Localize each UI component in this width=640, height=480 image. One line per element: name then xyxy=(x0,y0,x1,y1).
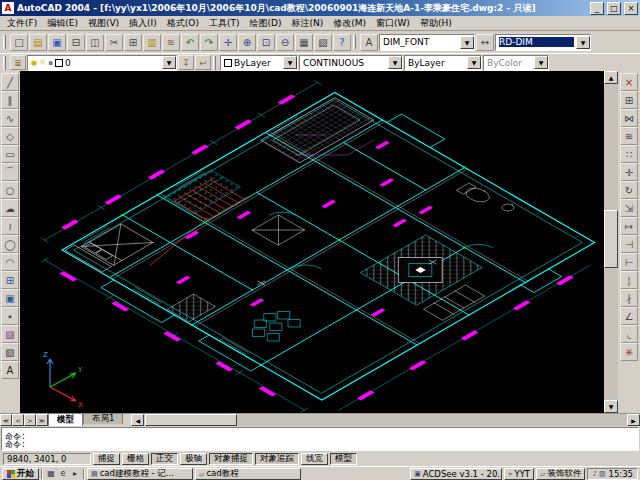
layer-previous-icon[interactable]: ↩ xyxy=(195,55,211,70)
input-method-icon[interactable]: ▥ xyxy=(599,470,606,478)
cut-icon[interactable]: ✂ xyxy=(105,34,123,51)
text-style-combo[interactable]: DIM_FONT ▼ xyxy=(379,34,475,51)
chevron-down-icon[interactable]: ▼ xyxy=(388,56,402,69)
new-file-icon[interactable]: □ xyxy=(10,34,28,51)
minimize-button[interactable]: _ xyxy=(590,2,604,15)
construction-line-icon[interactable]: ∥ xyxy=(1,91,19,109)
dimension-menu[interactable]: 标注(N) xyxy=(286,16,328,31)
layout1-tab[interactable]: 布局1 xyxy=(83,413,123,424)
move-icon[interactable]: ✛ xyxy=(620,163,638,181)
window-menu[interactable]: 窗口(W) xyxy=(371,16,415,31)
scale-icon[interactable]: ⇲ xyxy=(620,199,638,217)
layer-combo[interactable]: ● ☼ ▪ 0 ▼ xyxy=(27,55,177,71)
autocad-app-icon[interactable]: A xyxy=(2,2,14,14)
explode-icon[interactable]: ✳ xyxy=(620,343,638,361)
vertical-scrollbar[interactable]: ▲ ▼ xyxy=(604,71,618,413)
scroll-right-icon[interactable]: ▶ xyxy=(627,414,640,426)
ellipse-icon[interactable]: ◯ xyxy=(1,235,19,253)
model-tab[interactable]: 模型 xyxy=(48,413,83,426)
stretch-icon[interactable]: ↦ xyxy=(620,217,638,235)
acdsee-window-button[interactable]: ▣ ACDSee v3.1 - 20... xyxy=(410,468,502,480)
designcenter-icon[interactable]: ▧ xyxy=(314,34,332,51)
chevron-down-icon[interactable]: ▼ xyxy=(576,36,590,49)
redo-icon[interactable]: ↷ xyxy=(200,34,218,51)
ellipse-arc-icon[interactable]: ◠ xyxy=(1,253,19,271)
media-player-icon[interactable]: ▸ xyxy=(69,468,81,480)
toolbar-grip[interactable] xyxy=(3,56,6,70)
zoom-realtime-icon[interactable]: ⊕ xyxy=(238,34,256,51)
yyt-toolbar-button[interactable]: » YYT xyxy=(504,468,534,480)
drawing-canvas[interactable]: X Y Z xyxy=(20,71,604,413)
toolbar-grip[interactable] xyxy=(213,56,216,70)
line-icon[interactable]: ╱ xyxy=(1,73,19,91)
internet-explorer-icon[interactable]: e xyxy=(57,468,69,480)
pan-realtime-icon[interactable]: ✛ xyxy=(219,34,237,51)
command-prompt[interactable]: 命令: xyxy=(5,441,635,449)
edit-menu[interactable]: 编辑(E) xyxy=(42,16,83,31)
scroll-left-icon[interactable]: ◀ xyxy=(131,414,144,426)
rotate-icon[interactable]: ↻ xyxy=(620,181,638,199)
make-block-icon[interactable]: ▣ xyxy=(1,289,19,307)
start-button[interactable]: 开始 xyxy=(2,468,39,480)
otrack-toggle[interactable]: 对象追踪 xyxy=(255,453,299,465)
chevron-down-icon[interactable]: ▼ xyxy=(162,56,176,69)
chamfer-icon[interactable]: ∠ xyxy=(620,307,638,325)
make-object-layer-current-icon[interactable]: ↧ xyxy=(178,55,194,70)
horizontal-scroll-thumb[interactable] xyxy=(145,414,237,426)
cad-modeling-tutorial-notepad-taskbutton[interactable]: ▤ cad建模教程 - 记... xyxy=(87,468,193,480)
decor-software-folder-button[interactable]: ▱ 装饰软件 xyxy=(536,468,585,480)
tools-menu[interactable]: 工具(T) xyxy=(204,16,245,31)
extend-icon[interactable]: ⊢ xyxy=(620,253,638,271)
next-tab-button[interactable]: > xyxy=(24,414,36,426)
plot-icon[interactable]: ⊟ xyxy=(67,34,85,51)
dim-style-combo[interactable]: RD-DIM ▼ xyxy=(495,34,591,51)
trim-icon[interactable]: ⊣ xyxy=(620,235,638,253)
format-menu[interactable]: 格式(O) xyxy=(162,16,204,31)
paste-icon[interactable]: ▥ xyxy=(143,34,161,51)
first-tab-button[interactable]: ≪ xyxy=(0,414,12,426)
chevron-down-icon[interactable]: ▼ xyxy=(283,56,297,69)
save-file-icon[interactable]: ▣ xyxy=(48,34,66,51)
ortho-toggle[interactable]: 正交 xyxy=(151,453,178,465)
color-combo[interactable]: ByLayer ▼ xyxy=(220,55,298,71)
plot-preview-icon[interactable]: ◫ xyxy=(86,34,104,51)
erase-icon[interactable]: × xyxy=(620,73,638,91)
fillet-icon[interactable]: ◟ xyxy=(620,325,638,343)
show-desktop-icon[interactable]: ▦ xyxy=(45,468,57,480)
draw-menu[interactable]: 绘图(D) xyxy=(244,16,286,31)
view-menu[interactable]: 视图(V) xyxy=(83,16,124,31)
multiline-text-icon[interactable]: A xyxy=(1,361,19,379)
break-at-point-icon[interactable]: ¦ xyxy=(620,271,638,289)
last-tab-button[interactable]: ≫ xyxy=(36,414,48,426)
scroll-down-icon[interactable]: ▼ xyxy=(604,400,618,413)
revision-cloud-icon[interactable]: ☁ xyxy=(1,199,19,217)
cad-tutorial-folder-taskbutton[interactable]: ▱ cad教程 xyxy=(195,468,301,480)
properties-icon[interactable]: ▦ xyxy=(295,34,313,51)
copy-object-icon[interactable]: ⊞ xyxy=(620,91,638,109)
polygon-icon[interactable]: ◇ xyxy=(1,127,19,145)
polar-toggle[interactable]: 极轴 xyxy=(180,453,207,465)
copy-clipboard-icon[interactable]: ⊞ xyxy=(124,34,142,51)
lineweight-toggle[interactable]: 线宽 xyxy=(301,453,328,465)
undo-icon[interactable]: ↶ xyxy=(181,34,199,51)
layer-properties-manager-icon[interactable]: ≣ xyxy=(10,55,26,70)
insert-block-icon[interactable]: ⊞ xyxy=(1,271,19,289)
vertical-scroll-thumb[interactable] xyxy=(604,210,618,268)
vertical-scroll-track[interactable] xyxy=(604,84,618,400)
scroll-up-icon[interactable]: ▲ xyxy=(604,71,618,84)
modify-menu[interactable]: 修改(M) xyxy=(328,16,371,31)
insert-menu[interactable]: 插入(I) xyxy=(124,16,162,31)
text-style-icon[interactable]: A xyxy=(360,34,378,51)
horizontal-scroll-track[interactable] xyxy=(144,414,627,426)
mirror-icon[interactable]: ⋈ xyxy=(620,109,638,127)
rectangle-icon[interactable]: ▭ xyxy=(1,145,19,163)
zoom-previous-icon[interactable]: ⊖ xyxy=(276,34,294,51)
prev-tab-button[interactable]: < xyxy=(12,414,24,426)
horizontal-scrollbar[interactable]: ◀ ▶ xyxy=(131,414,640,426)
model-space-toggle[interactable]: 模型 xyxy=(330,453,357,465)
region-icon[interactable]: ▧ xyxy=(1,343,19,361)
lineweight-combo[interactable]: ByLayer ▼ xyxy=(404,55,482,71)
open-file-icon[interactable]: ▤ xyxy=(29,34,47,51)
osnap-toggle[interactable]: 对象捕捉 xyxy=(209,453,253,465)
match-properties-icon[interactable]: ≋ xyxy=(162,34,180,51)
